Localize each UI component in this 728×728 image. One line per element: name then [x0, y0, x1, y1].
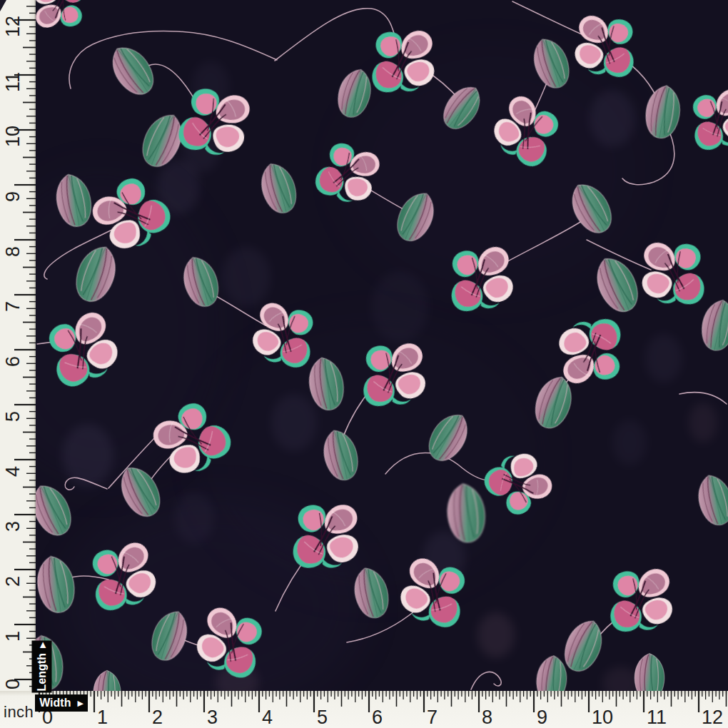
svg-text:2: 2 — [2, 576, 24, 587]
svg-text:1: 1 — [2, 631, 24, 642]
svg-text:12: 12 — [702, 707, 723, 728]
svg-text:8: 8 — [2, 246, 24, 257]
svg-text:7: 7 — [2, 301, 24, 312]
svg-text:11: 11 — [647, 707, 667, 728]
svg-text:6: 6 — [2, 356, 24, 367]
length-label-tag: Length ▶ — [31, 640, 51, 692]
svg-text:11: 11 — [2, 72, 24, 92]
svg-text:5: 5 — [317, 707, 328, 728]
ruler-unit-label: inch — [4, 703, 34, 722]
svg-text:6: 6 — [372, 707, 383, 728]
fabric-swatch-photo: 0123456789101112 0123456789101112 inch L… — [0, 0, 728, 728]
svg-text:10: 10 — [2, 126, 24, 147]
svg-text:1: 1 — [97, 707, 108, 728]
svg-text:7: 7 — [427, 707, 438, 728]
svg-text:4: 4 — [2, 466, 24, 477]
svg-text:8: 8 — [482, 707, 492, 728]
svg-text:2: 2 — [152, 707, 163, 728]
svg-text:12: 12 — [2, 16, 24, 37]
horizontal-inch-ruler: 0123456789101112 — [0, 691, 728, 728]
right-arrow-icon: ▶ — [77, 699, 83, 707]
svg-text:0: 0 — [2, 679, 24, 689]
svg-text:3: 3 — [207, 707, 218, 728]
svg-text:10: 10 — [592, 707, 613, 728]
svg-text:5: 5 — [2, 411, 24, 422]
fabric-pattern-image — [0, 0, 728, 728]
width-label-tag: Width ▶ — [35, 694, 88, 712]
length-label: Length — [35, 653, 48, 691]
vertical-inch-ruler: 0123456789101112 — [0, 0, 36, 728]
svg-text:9: 9 — [537, 707, 547, 728]
up-arrow-icon: ▶ — [38, 642, 46, 647]
svg-text:9: 9 — [2, 191, 24, 202]
svg-text:3: 3 — [2, 521, 24, 532]
width-label: Width — [39, 697, 71, 709]
svg-text:4: 4 — [262, 707, 273, 728]
